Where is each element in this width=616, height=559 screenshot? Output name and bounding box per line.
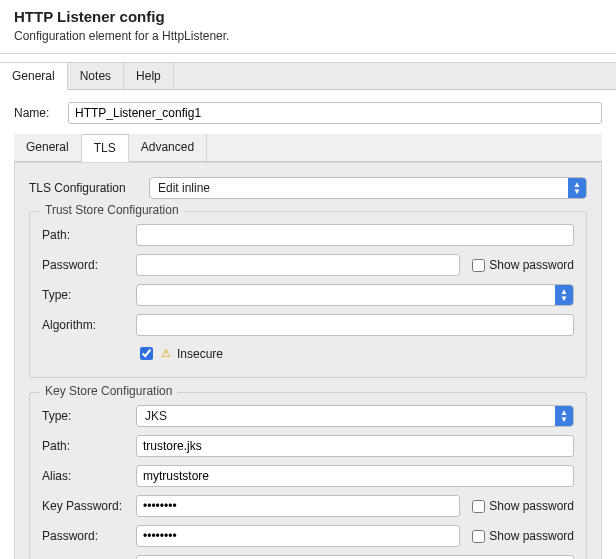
dialog-title: HTTP Listener config	[14, 8, 602, 25]
truststore-group: Trust Store Configuration Path: Password…	[29, 211, 587, 378]
name-label: Name:	[14, 106, 62, 120]
keystore-title: Key Store Configuration	[40, 384, 177, 398]
chevron-updown-icon: ▲▼	[555, 285, 573, 305]
ks-type-value: JKS	[137, 406, 555, 426]
tls-config-row: TLS Configuration Edit inline ▲▼	[29, 177, 587, 199]
ks-keypassword-label: Key Password:	[42, 499, 136, 513]
ts-showpassword-toggle[interactable]: Show password	[468, 256, 574, 275]
ks-password-input[interactable]	[136, 525, 460, 547]
ts-password-label: Password:	[42, 258, 136, 272]
inner-tabrow: General TLS Advanced	[14, 134, 602, 162]
ks-path-label: Path:	[42, 439, 136, 453]
ks-password-toggle[interactable]: Show password	[468, 527, 574, 546]
outer-tab-container: General Notes Help Name: General TLS Adv…	[0, 62, 616, 559]
ks-password-checkbox[interactable]	[472, 530, 485, 543]
ks-keypassword-input[interactable]	[136, 495, 460, 517]
ks-algorithm-input[interactable]	[136, 555, 574, 559]
ts-algorithm-input[interactable]	[136, 314, 574, 336]
ks-keypassword-checkbox[interactable]	[472, 500, 485, 513]
general-panel: Name: General TLS Advanced TLS Configura…	[0, 90, 616, 559]
ts-insecure-label: Insecure	[177, 347, 223, 361]
ts-showpassword-label: Show password	[489, 258, 574, 272]
truststore-title: Trust Store Configuration	[40, 203, 184, 217]
ts-path-input[interactable]	[136, 224, 574, 246]
tls-config-select[interactable]: Edit inline ▲▼	[149, 177, 587, 199]
chevron-updown-icon: ▲▼	[555, 406, 573, 426]
tab-notes[interactable]: Notes	[68, 63, 124, 89]
tls-config-label: TLS Configuration	[29, 181, 149, 195]
ts-type-label: Type:	[42, 288, 136, 302]
ks-type-select[interactable]: JKS ▲▼	[136, 405, 574, 427]
ts-insecure-checkbox[interactable]	[140, 347, 153, 360]
ks-keypassword-showlabel: Show password	[489, 499, 574, 513]
tab-help[interactable]: Help	[124, 63, 174, 89]
ts-type-value	[137, 285, 555, 305]
warning-icon: ⚠	[159, 347, 173, 361]
ks-alias-label: Alias:	[42, 469, 136, 483]
ks-alias-input[interactable]	[136, 465, 574, 487]
ks-password-showlabel: Show password	[489, 529, 574, 543]
tls-panel: TLS Configuration Edit inline ▲▼ Trust S…	[14, 162, 602, 559]
tab-inner-general[interactable]: General	[14, 134, 82, 161]
dialog-header: HTTP Listener config Configuration eleme…	[0, 0, 616, 54]
ks-path-input[interactable]	[136, 435, 574, 457]
tab-inner-tls[interactable]: TLS	[82, 134, 129, 162]
ts-algorithm-label: Algorithm:	[42, 318, 136, 332]
ks-keypassword-toggle[interactable]: Show password	[468, 497, 574, 516]
ts-password-input[interactable]	[136, 254, 460, 276]
tab-inner-advanced[interactable]: Advanced	[129, 134, 207, 161]
tab-general[interactable]: General	[0, 63, 68, 90]
ks-type-label: Type:	[42, 409, 136, 423]
outer-tabrow: General Notes Help	[0, 63, 616, 90]
keystore-group: Key Store Configuration Type: JKS ▲▼ Pat…	[29, 392, 587, 559]
ks-password-label: Password:	[42, 529, 136, 543]
dialog-subtitle: Configuration element for a HttpListener…	[14, 29, 602, 43]
name-row: Name:	[14, 102, 602, 124]
ts-type-select[interactable]: ▲▼	[136, 284, 574, 306]
ts-showpassword-checkbox[interactable]	[472, 259, 485, 272]
chevron-updown-icon: ▲▼	[568, 178, 586, 198]
name-input[interactable]	[68, 102, 602, 124]
ts-path-label: Path:	[42, 228, 136, 242]
tls-config-value: Edit inline	[150, 178, 568, 198]
